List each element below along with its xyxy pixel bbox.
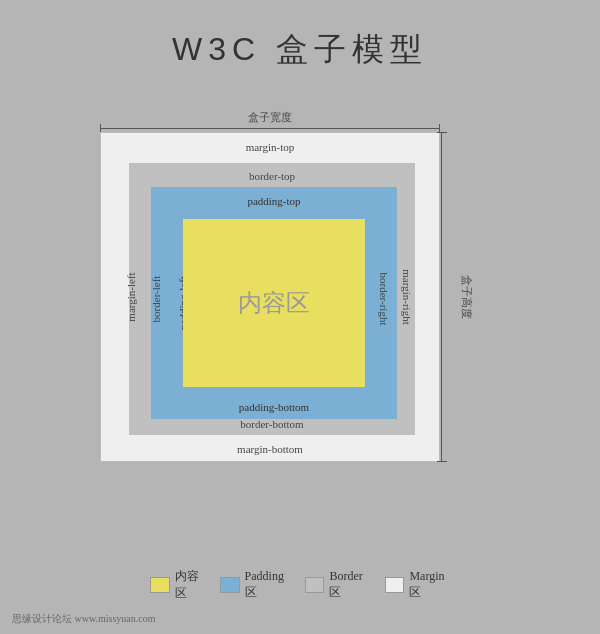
margin-box: margin-top border-top padding-top paddin <box>100 132 440 462</box>
height-dimension: 盒子高度 <box>441 132 490 462</box>
width-dimension: 盒子宽度 <box>100 110 440 129</box>
legend-item-border: Border 区 <box>305 569 369 601</box>
legend-color-border <box>305 577 325 593</box>
legend-label-border: Border 区 <box>329 569 368 601</box>
legend-label-margin: Margin 区 <box>409 569 450 601</box>
margin-top-label: margin-top <box>101 137 439 155</box>
margin-left-label: margin-left <box>121 272 139 321</box>
legend-color-padding <box>220 577 240 593</box>
margin-bottom-label: margin-bottom <box>101 439 439 457</box>
margin-right-label: margin-right <box>398 269 416 324</box>
footer-text: 思缘设计论坛 www.missyuan.com <box>12 613 156 624</box>
legend-color-content <box>150 577 170 593</box>
padding-box: padding-top padding-bottom padding-left … <box>151 187 397 419</box>
legend-label-content: 内容区 <box>175 568 204 602</box>
padding-bottom-label: padding-bottom <box>151 397 397 415</box>
page-title: W3C 盒子模型 <box>172 28 428 72</box>
box-height-label: 盒子高度 <box>459 275 477 319</box>
content-box: 内容区 <box>183 219 365 387</box>
padding-top-label: padding-top <box>151 191 397 209</box>
content-label: 内容区 <box>238 287 310 319</box>
border-box: border-top padding-top padding-bottom pa… <box>129 163 415 435</box>
legend-color-margin <box>385 577 405 593</box>
box-width-label: 盒子宽度 <box>248 110 292 125</box>
main-container: W3C 盒子模型 盒子宽度 margin-top border-top <box>0 0 600 634</box>
legend-item-margin: Margin 区 <box>385 569 450 601</box>
legend-item-padding: Padding 区 <box>220 569 289 601</box>
border-right-label: border-right <box>377 273 395 326</box>
legend-item-content: 内容区 <box>150 568 204 602</box>
legend-label-padding: Padding 区 <box>245 569 289 601</box>
border-top-label: border-top <box>129 166 415 184</box>
diagram-wrapper: 盒子宽度 margin-top border-top <box>50 82 550 532</box>
border-bottom-label: border-bottom <box>129 414 415 432</box>
border-left-label: border-left <box>146 276 164 323</box>
footer: 思缘设计论坛 www.missyuan.com <box>12 612 156 626</box>
legend: 内容区 Padding 区 Border 区 Margin 区 <box>150 568 450 602</box>
